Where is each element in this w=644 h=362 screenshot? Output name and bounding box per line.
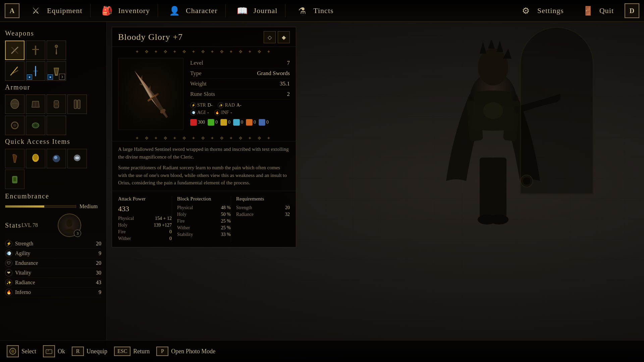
item-upgrade-icon-1[interactable]: ◇ [264,31,276,43]
qa-slot-4[interactable] [67,149,87,168]
armour-slot-neck[interactable] [26,116,45,135]
req-radiance-value: 32 [285,212,290,217]
stat-name-strength: Strength [15,241,93,247]
nav-label-journal: Journal [254,6,278,15]
holy-damage-icon [220,119,227,126]
svg-rect-49 [46,350,52,354]
bottom-bar: Select Ok R Unequip ESC Return P Open Ph… [0,340,644,362]
attack-power-total: 433 [118,204,172,213]
fire-damage-icon [246,119,253,126]
qa-slot-1[interactable] [5,149,24,168]
damage-icons-section: 300 0 0 0 [190,119,290,126]
weapon-slot-1[interactable] [5,41,24,60]
ap-fire-row: Fire 0 [118,229,172,235]
item-upgrade-icon-2[interactable]: ◆ [278,31,290,43]
nav-key-a[interactable]: A [5,3,19,18]
svg-rect-9 [491,158,506,218]
damage-lightning: 0 [233,119,243,126]
bp-stability-value: 33 % [221,232,231,237]
scaling-str: ⚡ STR D- [190,102,212,108]
p-key-badge: P [156,347,168,356]
nav-divider-1 [90,4,91,17]
agility-icon: 💨 [5,250,12,257]
nav-label-equipment: Equipment [47,6,83,15]
nav-item-inventory[interactable]: 🎒 Inventory [92,0,156,21]
ap-wither-label: Wither [118,236,131,241]
ap-holy-label: Holy [118,223,127,228]
bottom-photo-btn[interactable]: P Open Photo Mode [156,347,215,356]
bp-holy-row: Holy 50 % [177,211,231,218]
armour-slot-helm[interactable] [5,95,24,114]
nav-item-equipment[interactable]: ⚔ Equipment [21,0,89,21]
main-panel: Bloody Glory +7 ◇ ◆ ✦ ❖ ✦ ❖ ✦ ❖ ✦ ❖ ✦ ❖ … [107,22,301,283]
item-image [118,58,183,130]
damage-physical: 300 [190,119,205,126]
scaling-section: ⚡ STR D- ✨ RAD A- 💨 AGI [190,100,290,116]
weapon-slot-4[interactable] [5,61,24,81]
nav-key-d[interactable]: D [625,3,639,18]
scaling-rad: ✨ RAD A- [218,102,241,108]
str-grade: D- [208,103,213,108]
weapon-slot-3[interactable] [47,41,66,60]
bottom-return-btn[interactable]: ESC Return [114,347,150,356]
block-protection-column: Block Protection Physical 48 % Holy 50 %… [172,196,231,242]
armour-grid-row2 [5,116,101,135]
equipped-indicator: ■ [27,74,32,80]
green-damage-value: 0 [215,120,218,125]
bottom-unequip-btn[interactable]: R Unequip [72,347,107,356]
ap-physical-label: Physical [118,216,134,221]
attack-power-column: Attack Power 433 Physical 154 + 12 Holy … [118,196,172,242]
damage-green: 0 [208,119,218,126]
item-stats-right: Level 7 Type Grand Swords Weight 35.1 Ru… [183,58,290,130]
svg-point-14 [483,102,503,119]
select-label: Select [21,348,36,355]
armour-slot-chest[interactable] [26,95,45,114]
bp-physical-row: Physical 48 % [177,204,231,211]
scaling-agi: 💨 AGI - [190,110,209,116]
qa-slot-2[interactable] [26,149,45,168]
nav-divider-2 [158,4,158,17]
nav-item-character[interactable]: 👤 Character [160,0,224,21]
nav-label-character: Character [186,6,218,15]
qa-slot-5[interactable] [5,170,24,189]
armour-slot-gauntlets[interactable] [47,95,66,114]
ok-key-icon [43,345,55,357]
svg-point-42 [66,220,72,227]
ap-fire-label: Fire [118,229,126,235]
bottom-select-btn[interactable]: Select [7,345,36,357]
nav-item-settings[interactable]: ⚙ Settings [511,2,570,19]
journal-icon: 📖 [233,2,251,19]
nav-item-quit[interactable]: 🚪 Quit [573,2,620,19]
weapon-slot-6[interactable]: 3 ■ [47,61,66,81]
inf-icon: 🔥 [214,110,220,116]
weapon-slot-2[interactable] [26,41,45,60]
nav-right-section: ⚙ Settings 🚪 Quit D [511,2,641,19]
nav-item-journal[interactable]: 📖 Journal [227,0,284,21]
ap-wither-value: 0 [169,236,172,241]
weight-label: Weight [190,80,207,87]
top-navigation: A ⚔ Equipment 🎒 Inventory 👤 Character 📖 … [0,0,644,22]
nav-item-tincts[interactable]: ⚗ Tincts [287,0,339,21]
damage-holy: 0 [220,119,230,126]
svg-rect-17 [35,46,36,55]
encumbrance-fill [5,205,44,207]
armour-slot-legs[interactable] [67,95,87,114]
weapon-slot-5[interactable]: ■ [26,61,45,81]
inventory-icon: 🎒 [98,2,116,19]
bottom-ok-btn[interactable]: Ok [43,345,65,357]
inf-grade: - [230,110,232,115]
qa-slot-3[interactable] [47,149,66,168]
svg-marker-5 [503,49,512,59]
unequip-label: Unequip [87,348,107,355]
holy-damage-value: 0 [228,120,230,125]
level-value: 7 [287,60,290,66]
ap-wither-row: Wither 0 [118,235,172,242]
select-key-icon [7,345,19,357]
strength-icon: ⚡ [5,240,12,247]
inferno-icon: 🔥 [5,289,12,296]
armour-slot-ring1[interactable] [5,116,24,135]
vitality-icon: ❤ [5,269,12,277]
equipment-icon: ⚔ [27,2,44,19]
ap-fire-value: 0 [169,229,172,235]
armour-slot-ring2[interactable] [47,116,66,135]
